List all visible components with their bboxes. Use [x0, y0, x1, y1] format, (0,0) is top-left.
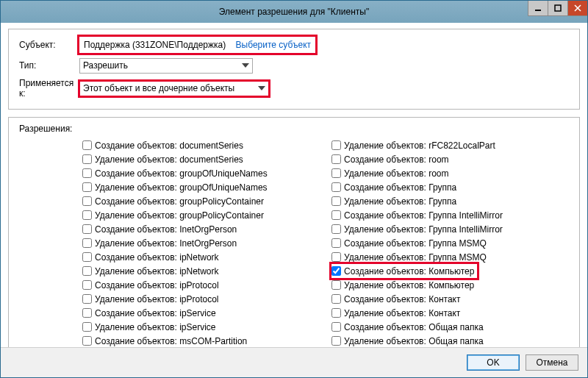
permission-label: Создание объектов: InetOrgPerson — [95, 224, 237, 235]
permission-item: Создание объектов: Общая папка — [331, 320, 569, 334]
permission-item: Удаление объектов: ipNetwork — [82, 264, 320, 278]
permission-checkbox[interactable] — [82, 140, 92, 150]
permission-item: Создание объектов: ipProtocol — [82, 278, 320, 292]
permission-label: Создание объектов: Общая папка — [344, 322, 484, 332]
permission-label: Удаление объектов: rFC822LocalPart — [344, 140, 495, 151]
permission-item: Удаление объектов: Группа IntelliMirror — [331, 222, 569, 236]
permission-label: Удаление объектов: groupOfUniqueNames — [95, 182, 268, 193]
permission-item: Создание объектов: groupOfUniqueNames — [82, 166, 320, 180]
permission-label: Создание объектов: ipProtocol — [95, 280, 219, 290]
permission-item: Удаление объектов: room — [331, 166, 569, 180]
permission-checkbox[interactable] — [82, 238, 92, 248]
permission-checkbox[interactable] — [82, 294, 92, 304]
permission-label: Удаление объектов: Группа — [344, 196, 456, 207]
type-label: Тип: — [19, 60, 79, 71]
svg-rect-0 — [535, 10, 541, 11]
permission-label: Создание объектов: msCOM-Partition — [95, 336, 247, 346]
permission-checkbox[interactable] — [82, 252, 92, 262]
permission-label: Создание объектов: Контакт — [344, 294, 460, 304]
permission-item: Удаление объектов: groupPolicyContainer — [82, 208, 320, 222]
maximize-button[interactable] — [548, 1, 567, 16]
permission-checkbox[interactable] — [82, 322, 92, 332]
permission-checkbox[interactable] — [331, 336, 341, 346]
subject-value: Поддержка (331ZONE\Поддержка) — [84, 40, 226, 50]
ok-button[interactable]: OK — [467, 354, 520, 371]
permission-checkbox[interactable] — [331, 294, 341, 304]
permission-checkbox[interactable] — [331, 224, 341, 234]
permission-item: Удаление объектов: groupOfUniqueNames — [82, 180, 320, 194]
permission-item: Удаление объектов: Компьютер — [331, 278, 569, 292]
permission-label: Удаление объектов: ipService — [95, 322, 216, 332]
permission-checkbox[interactable] — [331, 168, 341, 178]
permission-item: Создание объектов: Группа IntelliMirror — [331, 208, 569, 222]
permission-item: Создание объектов: ipNetwork — [82, 250, 320, 264]
minimize-icon — [534, 4, 542, 12]
subject-highlight: Поддержка (331ZONE\Поддержка) Выберите с… — [79, 37, 315, 53]
permission-checkbox[interactable] — [331, 182, 341, 192]
select-subject-link[interactable]: Выберите субъект — [236, 40, 311, 50]
permission-label: Создание объектов: documentSeries — [95, 140, 243, 151]
permissions-panel: Разрешения: Создание объектов: documentS… — [8, 117, 580, 357]
permission-item: Создание объектов: Группа MSMQ — [331, 236, 569, 250]
permission-checkbox[interactable] — [331, 322, 341, 332]
subject-label: Субъект: — [19, 40, 79, 50]
permission-item: Удаление объектов: Общая папка — [331, 334, 569, 348]
permission-checkbox[interactable] — [331, 308, 341, 318]
permission-checkbox[interactable] — [82, 266, 92, 276]
type-select[interactable]: Разрешить — [79, 58, 253, 74]
footer: OK Отмена — [1, 347, 587, 377]
permission-item: Удаление объектов: Группа MSMQ — [331, 250, 569, 264]
applies-label: Применяется к: — [19, 78, 79, 99]
type-row: Тип: Разрешить — [19, 57, 569, 74]
minimize-button[interactable] — [528, 1, 548, 16]
permission-item: Создание объектов: documentSeries — [82, 138, 320, 152]
permission-checkbox[interactable] — [82, 168, 92, 178]
permission-checkbox[interactable] — [82, 224, 92, 234]
permission-item: Удаление объектов: InetOrgPerson — [82, 236, 320, 250]
permission-item: Удаление объектов: Группа — [331, 194, 569, 208]
permission-checkbox[interactable] — [82, 210, 92, 220]
cancel-button[interactable]: Отмена — [526, 354, 578, 371]
applies-select[interactable]: Этот объект и все дочерние объекты — [79, 81, 269, 96]
applies-row: Применяется к: Этот объект и все дочерни… — [19, 78, 569, 99]
permission-item: Создание объектов: groupPolicyContainer — [82, 194, 320, 208]
permissions-col-right: Удаление объектов: rFC822LocalPartСоздан… — [331, 138, 569, 362]
permission-label: Удаление объектов: Группа MSMQ — [344, 252, 487, 263]
permission-label: Создание объектов: groupOfUniqueNames — [95, 168, 268, 179]
permission-checkbox[interactable] — [331, 196, 341, 206]
permission-checkbox[interactable] — [82, 196, 92, 206]
permission-label: Удаление объектов: Компьютер — [344, 280, 474, 290]
permission-checkbox[interactable] — [82, 154, 92, 164]
permission-checkbox[interactable] — [331, 154, 341, 164]
permission-checkbox[interactable] — [331, 266, 341, 276]
permission-checkbox[interactable] — [82, 336, 92, 346]
permission-label: Создание объектов: room — [344, 154, 449, 165]
content: Субъект: Поддержка (331ZONE\Поддержка) В… — [8, 29, 580, 345]
permission-item: Создание объектов: room — [331, 152, 569, 166]
permission-checkbox[interactable] — [82, 182, 92, 192]
permissions-col-left: Создание объектов: documentSeriesУдалени… — [82, 138, 320, 362]
permissions-label: Разрешения: — [19, 124, 569, 134]
permission-label: Удаление объектов: documentSeries — [95, 154, 243, 165]
permission-label: Удаление объектов: Общая папка — [344, 336, 484, 346]
permission-label: Удаление объектов: groupPolicyContainer — [95, 210, 264, 221]
permission-checkbox[interactable] — [82, 280, 92, 290]
permission-checkbox[interactable] — [331, 238, 341, 248]
permission-label: Удаление объектов: Контакт — [344, 308, 460, 318]
permission-checkbox[interactable] — [331, 252, 341, 262]
close-button[interactable] — [567, 1, 587, 16]
permission-item: Создание объектов: Компьютер — [331, 264, 477, 278]
permission-label: Удаление объектов: ipNetwork — [95, 266, 219, 277]
permission-label: Создание объектов: ipService — [95, 308, 216, 318]
permission-checkbox[interactable] — [82, 308, 92, 318]
titlebar: Элемент разрешения для "Клиенты" — [1, 1, 587, 23]
permission-label: Создание объектов: Группа MSMQ — [344, 238, 487, 249]
permission-checkbox[interactable] — [331, 210, 341, 220]
permission-item: Удаление объектов: ipProtocol — [82, 292, 320, 306]
permission-label: Удаление объектов: ipProtocol — [95, 294, 219, 304]
permission-label: Удаление объектов: room — [344, 168, 449, 179]
subject-row: Субъект: Поддержка (331ZONE\Поддержка) В… — [19, 37, 569, 53]
permission-label: Создание объектов: groupPolicyContainer — [95, 196, 264, 207]
permission-checkbox[interactable] — [331, 280, 341, 290]
permission-checkbox[interactable] — [331, 140, 341, 150]
